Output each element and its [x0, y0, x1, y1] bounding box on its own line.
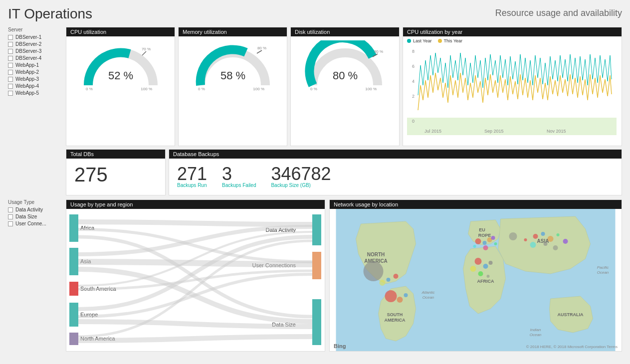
page-title: IT Operations — [8, 6, 92, 22]
map-dot — [557, 233, 560, 236]
backup-run-label: Backups Run — [177, 182, 207, 188]
checkbox-data-activity[interactable] — [8, 207, 13, 212]
checkbox-user-conn[interactable] — [8, 221, 13, 226]
sankey-node-north-america — [69, 333, 78, 345]
total-dbs-value: 275 — [74, 164, 157, 186]
backup-stat-size: 346782 Backup Size (GB) — [271, 164, 331, 188]
sankey-node-data-size — [312, 299, 321, 345]
svg-text:ROPE: ROPE — [478, 233, 491, 238]
south-america-label: SOUTH — [387, 312, 403, 317]
sankey-node-user-connections — [312, 252, 321, 279]
map-dot — [397, 297, 403, 303]
checkbox-webapp3[interactable] — [8, 77, 13, 82]
sidebar-item-data-size[interactable]: Data Size — [8, 214, 62, 219]
africa-label: AFRICA — [477, 279, 494, 284]
sidebar-item-label: WebApp-2 — [15, 69, 39, 75]
map-content: NORTH AMERICA SOUTH AMERICA EU ROPE AFRI… — [330, 209, 622, 351]
checkbox-dbserver1[interactable] — [8, 35, 13, 40]
memory-utilization-panel: Memory utilization 80 % 0 % 100 % 58 % — [178, 27, 287, 146]
map-dot — [530, 242, 536, 248]
backup-stat-run: 271 Backups Run — [177, 164, 207, 188]
sankey-node-europe — [69, 303, 78, 327]
total-dbs-content: 275 — [66, 159, 165, 193]
disk-utilization-panel: Disk utilization 80 % 0 % 100 % 80 % — [290, 27, 400, 146]
page-subtitle: Resource usage and availability — [495, 8, 622, 18]
indian-ocean-label: Indian — [530, 328, 541, 332]
svg-text:80 %: 80 % — [257, 46, 266, 50]
sankey-node-africa — [69, 214, 78, 242]
atlantic-ocean-label: Atlantic — [421, 290, 434, 295]
checkbox-webapp1[interactable] — [8, 63, 13, 68]
checkbox-dbserver4[interactable] — [8, 56, 13, 61]
sankey-node-asia — [69, 248, 78, 275]
usage-sidebar-label: Usage Type — [8, 199, 62, 205]
svg-text:58 %: 58 % — [220, 69, 245, 82]
sankey-panel: Usage by type and region Africa Asia Sou… — [66, 199, 325, 352]
sankey-node-south-america — [69, 282, 78, 296]
sidebar-item-dbserver2[interactable]: DBServer-2 — [8, 41, 62, 47]
legend-label-last-year: Last Year — [413, 38, 432, 43]
map-dot — [475, 238, 481, 244]
map-dot — [475, 258, 482, 265]
sidebar-item-webapp1[interactable]: WebApp-1 — [8, 62, 62, 68]
svg-text:100 %: 100 % — [141, 87, 152, 90]
map-dot — [473, 245, 476, 248]
map-header: Network usage by location — [330, 200, 622, 209]
map-dot — [563, 239, 568, 244]
map-dot — [544, 242, 548, 246]
sankey-svg: Africa Asia South America Europe North A… — [69, 212, 321, 347]
header: IT Operations Resource usage and availab… — [8, 6, 622, 22]
map-copyright: © 2018 HERE, © 2018 Microsoft Corporatio… — [526, 345, 618, 349]
checkbox-data-size[interactable] — [8, 214, 13, 219]
legend-this-year: This Year — [438, 38, 463, 43]
checkbox-webapp2[interactable] — [8, 70, 13, 75]
usage-sidebar: Usage Type Data Activity Data Size User … — [8, 199, 62, 352]
backup-failed-label: Backups Failed — [222, 182, 256, 188]
map-dot — [478, 271, 483, 276]
map-dot — [491, 236, 495, 240]
svg-text:Ocean: Ocean — [422, 295, 434, 300]
checkbox-webapp4[interactable] — [8, 84, 13, 89]
sidebar-item-data-activity[interactable]: Data Activity — [8, 207, 62, 212]
svg-text:Ocean: Ocean — [530, 333, 542, 337]
sidebar-item-webapp5[interactable]: WebApp-5 — [8, 90, 62, 96]
checkbox-webapp5[interactable] — [8, 91, 13, 96]
sidebar-item-label: WebApp-3 — [15, 76, 39, 82]
sidebar-item-dbserver1[interactable]: DBServer-1 — [8, 34, 62, 40]
sidebar-item-dbserver4[interactable]: DBServer-4 — [8, 55, 62, 61]
sidebar-item-label: DBServer-4 — [15, 55, 41, 61]
sidebar-item-dbserver3[interactable]: DBServer-3 — [8, 48, 62, 54]
svg-text:0 %: 0 % — [86, 87, 93, 90]
sidebar-item-webapp2[interactable]: WebApp-2 — [8, 69, 62, 75]
sidebar-item-label: User Conne... — [15, 221, 46, 226]
sankey-node-data-activity — [312, 214, 321, 245]
map-dot — [483, 245, 488, 250]
chart-legend: Last Year This Year — [407, 38, 618, 43]
disk-gauge-content: 80 % 0 % 100 % 80 % — [291, 36, 399, 94]
map-dot — [404, 293, 408, 297]
svg-text:0 %: 0 % — [310, 87, 317, 90]
checkbox-dbserver2[interactable] — [8, 42, 13, 47]
checkbox-dbserver3[interactable] — [8, 49, 13, 54]
map-dot — [524, 238, 527, 241]
sidebar-item-webapp3[interactable]: WebApp-3 — [8, 76, 62, 82]
svg-text:52 %: 52 % — [108, 69, 133, 82]
db-backups-content: 271 Backups Run 3 Backups Failed 346782 … — [169, 159, 622, 195]
svg-line-5 — [257, 50, 262, 53]
cpu-gauge-svg: 70 % 0 % 100 % 52 % — [78, 40, 163, 90]
sidebar-item-user-conn[interactable]: User Conne... — [8, 221, 62, 226]
map-dot — [533, 234, 538, 239]
legend-dot-last-year — [407, 39, 411, 43]
map-svg: NORTH AMERICA SOUTH AMERICA EU ROPE AFRI… — [330, 209, 622, 351]
svg-line-0 — [142, 51, 146, 55]
svg-text:Sep 2015: Sep 2015 — [484, 129, 504, 134]
map-dot — [487, 275, 490, 278]
sidebar-item-webapp4[interactable]: WebApp-4 — [8, 83, 62, 89]
db-backups-header: Database Backups — [169, 150, 622, 159]
map-panel: Network usage by location — [329, 199, 622, 352]
server-sidebar-label: Server — [8, 27, 62, 32]
cpu-by-year-header: CPU utilization by year — [403, 27, 622, 36]
backup-stat-failed: 3 Backups Failed — [222, 164, 256, 188]
svg-text:100 %: 100 % — [365, 87, 377, 90]
backup-run-value: 271 — [177, 164, 207, 184]
